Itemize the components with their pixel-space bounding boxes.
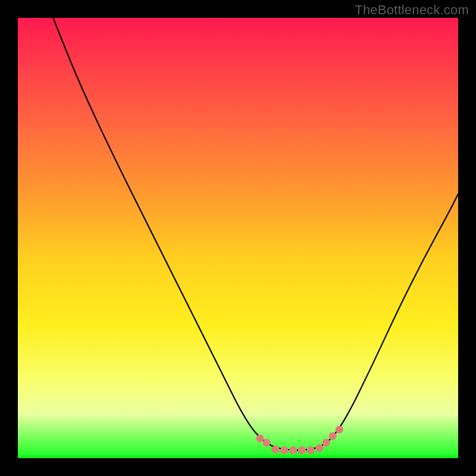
pink-dot bbox=[315, 444, 323, 452]
pink-dot bbox=[329, 433, 337, 440]
chart-frame: TheBottleneck.com bbox=[0, 0, 476, 476]
watermark-text: TheBottleneck.com bbox=[355, 2, 469, 18]
pink-dot bbox=[263, 439, 271, 447]
plot-area bbox=[18, 18, 458, 458]
chart-svg bbox=[18, 18, 458, 458]
pink-dot bbox=[280, 446, 288, 454]
pink-dot bbox=[256, 434, 264, 442]
pink-dot bbox=[322, 439, 330, 447]
pink-dot bbox=[271, 446, 279, 453]
pink-dot bbox=[336, 425, 343, 433]
curve-line bbox=[53, 18, 458, 450]
pink-dot bbox=[289, 446, 297, 454]
pink-dot bbox=[298, 446, 306, 454]
pink-dot bbox=[307, 446, 315, 454]
